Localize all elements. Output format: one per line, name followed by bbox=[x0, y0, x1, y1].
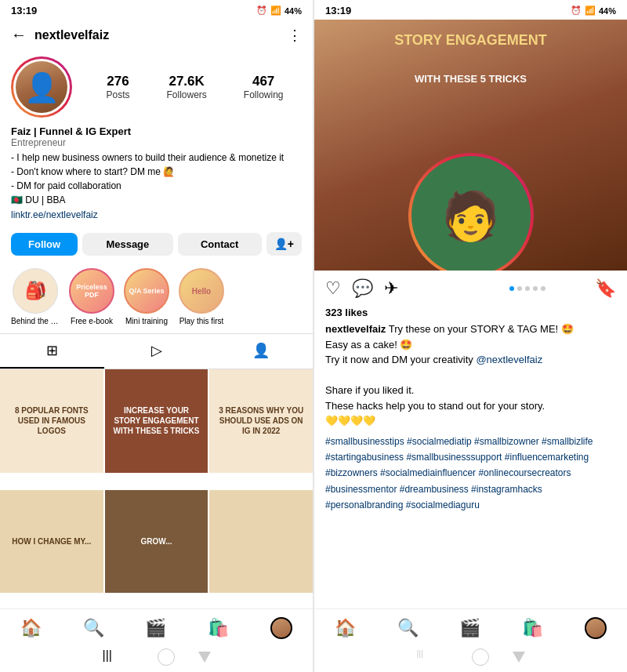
search-icon: 🔍 bbox=[83, 618, 104, 638]
following-stat[interactable]: 467 Following bbox=[244, 74, 284, 100]
grid-cell[interactable] bbox=[209, 490, 313, 594]
shop-icon-r: 🛍️ bbox=[522, 618, 543, 638]
nav-reels[interactable]: 🎬 bbox=[145, 618, 166, 638]
post-person-image: 🧑 bbox=[411, 156, 531, 271]
gesture-dots: ||| bbox=[103, 648, 134, 652]
nav-reels-r[interactable]: 🎬 bbox=[459, 618, 480, 638]
following-count: 467 bbox=[252, 74, 274, 89]
time-left: 13:19 bbox=[11, 5, 37, 16]
highlight-text-4: Hello bbox=[189, 284, 214, 299]
highlight-circle-1: 🎒 bbox=[13, 268, 58, 314]
post-image: STORY ENGAGEMENT WITH THESE 5 TRICKS 🧑 bbox=[314, 20, 627, 271]
gesture-bar-right: ||| bbox=[314, 644, 627, 672]
highlight-circle-2: Priceless PDF bbox=[69, 268, 114, 314]
stats-numbers: 276 Posts 27.6K Followers 467 Following bbox=[88, 74, 302, 100]
nav-profile[interactable] bbox=[270, 617, 292, 639]
tab-row: ⊞ ▷ 👤 bbox=[0, 333, 313, 369]
posts-stat[interactable]: 276 Posts bbox=[106, 74, 129, 100]
post-hashtags: #smallbusinesstips #socialmediatip #smal… bbox=[325, 434, 616, 514]
dot-5 bbox=[541, 286, 545, 291]
grid-cell[interactable]: 8 POPULAR FONTS USED IN FAMOUS LOGOS bbox=[0, 369, 103, 473]
following-label: Following bbox=[244, 89, 284, 100]
home-icon-r: 🏠 bbox=[335, 618, 356, 638]
highlight-item[interactable]: 🎒 Behind the sc... bbox=[11, 268, 60, 325]
grid-cell[interactable]: HOW I CHANGE MY... bbox=[0, 490, 103, 594]
share-button[interactable]: ✈ bbox=[384, 278, 398, 299]
reels-nav-icon-r: 🎬 bbox=[459, 618, 480, 638]
post-mention[interactable]: @nextlevelfaiz bbox=[476, 354, 542, 365]
comment-button[interactable]: 💬 bbox=[352, 278, 373, 299]
avatar-image bbox=[16, 61, 67, 113]
gesture-bar-left: ||| bbox=[0, 644, 313, 672]
caption-text2: Easy as a cake! 🤩 bbox=[325, 339, 412, 351]
search-icon-r: 🔍 bbox=[397, 618, 419, 638]
bio-line1: - I help new business owners to build th… bbox=[11, 151, 302, 165]
post-action-icons: ♡ 💬 ✈ bbox=[325, 278, 460, 299]
home-icon: 🏠 bbox=[20, 618, 42, 638]
tagged-icon: 👤 bbox=[252, 342, 270, 359]
grid-cell[interactable]: GROW... bbox=[105, 490, 208, 594]
follow-button[interactable]: Follow bbox=[11, 233, 78, 256]
post-username[interactable]: nextlevelfaiz bbox=[325, 323, 386, 335]
stats-row: 276 Posts 27.6K Followers 467 Following bbox=[0, 49, 313, 124]
bio-link[interactable]: linktr.ee/nextlevelfaiz bbox=[11, 209, 98, 220]
nav-shop[interactable]: 🛍️ bbox=[208, 618, 229, 638]
bio-subtitle: Entrepreneur bbox=[11, 137, 302, 148]
post-title: STORY ENGAGEMENT bbox=[314, 32, 627, 49]
grid-cell[interactable]: INCREASE YOUR STORY ENGAGEMENT WITH THES… bbox=[105, 369, 208, 473]
action-buttons: Follow Message Contact 👤+ bbox=[0, 227, 313, 263]
highlight-item[interactable]: Priceless PDF Free e-book bbox=[69, 268, 114, 325]
status-icons-left: ⏰ 📶 44% bbox=[256, 5, 302, 16]
nav-home[interactable]: 🏠 bbox=[20, 618, 42, 638]
status-bar-left: 13:19 ⏰ 📶 44% bbox=[0, 0, 313, 20]
post-subtitle: WITH THESE 5 TRICKS bbox=[314, 73, 627, 85]
followers-stat[interactable]: 27.6K Followers bbox=[166, 74, 206, 100]
battery-label: 44% bbox=[285, 6, 302, 16]
right-phone-panel: 13:19 ⏰ 📶 44% STORY ENGAGEMENT WITH THES… bbox=[314, 0, 627, 672]
tab-reels[interactable]: ▷ bbox=[104, 334, 208, 369]
highlight-text-2: Priceless PDF bbox=[71, 280, 113, 302]
back-button[interactable]: ← bbox=[11, 26, 27, 44]
grid-post-3: 3 REASONS WHY YOU SHOULD USE ADS ON IG I… bbox=[209, 369, 313, 473]
profile-avatar-nav-r bbox=[585, 617, 607, 639]
nav-search[interactable]: 🔍 bbox=[83, 618, 104, 638]
status-icons-right: ⏰ 📶 44% bbox=[571, 5, 616, 16]
bookmark-button[interactable]: 🔖 bbox=[595, 278, 616, 299]
nav-home-r[interactable]: 🏠 bbox=[335, 618, 356, 638]
grid-cell[interactable]: 3 REASONS WHY YOU SHOULD USE ADS ON IG I… bbox=[209, 369, 313, 473]
photo-grid: 8 POPULAR FONTS USED IN FAMOUS LOGOS INC… bbox=[0, 369, 313, 608]
more-menu-button[interactable]: ⋮ bbox=[288, 27, 302, 44]
gesture-dots-r: ||| bbox=[417, 648, 448, 652]
likes-count: 323 likes bbox=[325, 307, 616, 318]
highlight-item[interactable]: Q/A Series Mini training bbox=[124, 268, 169, 325]
followers-label: Followers bbox=[166, 89, 206, 100]
nav-shop-r[interactable]: 🛍️ bbox=[522, 618, 543, 638]
tab-tagged[interactable]: 👤 bbox=[208, 334, 313, 369]
nav-profile-r[interactable] bbox=[585, 617, 607, 639]
bottom-nav-right: 🏠 🔍 🎬 🛍️ bbox=[314, 608, 627, 644]
highlight-label-3: Mini training bbox=[125, 317, 168, 325]
caption-text6: 💛💛💛💛 bbox=[325, 415, 375, 427]
reels-icon: ▷ bbox=[151, 342, 162, 359]
post-actions: ♡ 💬 ✈ 🔖 bbox=[314, 271, 627, 303]
tab-grid[interactable]: ⊞ bbox=[0, 334, 104, 369]
dot-3 bbox=[525, 286, 530, 291]
dot-1 bbox=[509, 286, 514, 291]
highlight-item[interactable]: Hello Play this first bbox=[179, 268, 224, 325]
highlight-label-1: Behind the sc... bbox=[11, 317, 60, 325]
grid-post-5: GROW... bbox=[105, 490, 208, 594]
bio-line4: 🇧🇩 DU | BBA bbox=[11, 193, 302, 207]
avatar[interactable] bbox=[11, 56, 72, 118]
contact-button[interactable]: Contact bbox=[178, 233, 262, 256]
add-friend-button[interactable]: 👤+ bbox=[266, 232, 302, 256]
dot-4 bbox=[533, 286, 538, 291]
bio-line2: - Don't know where to start? DM me 🙋 bbox=[11, 165, 302, 179]
caption-text4: Share if you liked it. bbox=[325, 384, 414, 396]
profile-avatar-nav bbox=[270, 617, 292, 639]
like-button[interactable]: ♡ bbox=[325, 278, 341, 299]
nav-search-r[interactable]: 🔍 bbox=[397, 618, 419, 638]
message-button[interactable]: Message bbox=[82, 233, 172, 256]
profile-username: nextlevelfaiz bbox=[34, 28, 288, 42]
carousel-indicator bbox=[460, 286, 595, 291]
grid-post-4: HOW I CHANGE MY... bbox=[0, 490, 103, 594]
